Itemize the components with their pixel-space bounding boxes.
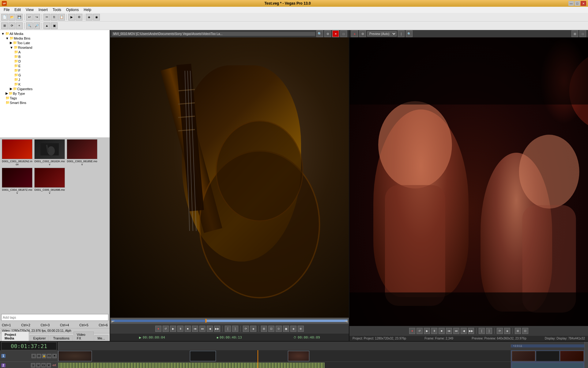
track1-lock-button[interactable]: 🔒 — [42, 354, 46, 358]
track1-solo-button[interactable]: S — [32, 354, 36, 358]
video-clip-1[interactable] — [58, 351, 92, 361]
tree-smart-bins[interactable]: 📁 Smart Bins — [6, 100, 108, 105]
program-loop-button[interactable]: ↺ — [417, 328, 423, 334]
minimize-button[interactable]: — — [568, 1, 574, 6]
tab-transitions[interactable]: Transitions — [50, 335, 73, 341]
overflow-clip-1[interactable] — [512, 351, 535, 361]
source-overlay-button[interactable]: ⊙ — [276, 326, 282, 332]
tree-by-type[interactable]: ▶ 📁 By Type — [6, 91, 108, 96]
program-pause-button[interactable]: ⏸ — [431, 328, 437, 334]
menu-insert[interactable]: Insert — [36, 7, 50, 13]
source-record-button[interactable]: ● — [155, 326, 161, 332]
source-prev-frame-button[interactable]: ◀ — [207, 326, 213, 332]
program-zoom-button[interactable]: 🔍 — [406, 30, 413, 37]
source-step-back-button[interactable]: ⏮ — [192, 326, 198, 332]
tool2-button[interactable]: ◉ — [93, 14, 100, 21]
source-multicam-button[interactable]: ▣ — [283, 326, 289, 332]
program-record-button[interactable]: ● — [351, 30, 358, 37]
tree-folder-b[interactable]: 📁 B — [14, 54, 108, 59]
source-split-button[interactable]: ◈ — [290, 326, 296, 332]
tree-all-media[interactable]: ▼ 📁 All Media — [1, 31, 108, 36]
thumb-item-1[interactable]: D001_C001_08182N2.mov — [2, 139, 32, 166]
overflow-clip-2[interactable] — [536, 351, 560, 361]
program-shuttle-button[interactable]: ◈ — [504, 328, 510, 334]
overflow-audio-clip[interactable] — [512, 362, 584, 368]
source-in-button[interactable]: [ — [225, 326, 231, 332]
properties-button[interactable]: ⚙ — [76, 14, 82, 21]
tab-project-media[interactable]: Project Media — [1, 332, 29, 341]
track1-expand-button[interactable]: ▼ — [52, 354, 57, 358]
tree-too-late[interactable]: ▶ 📁 Too Late — [10, 40, 108, 45]
source-shuttle-button[interactable]: ◈ — [250, 326, 256, 332]
video-clip-3[interactable] — [288, 351, 309, 361]
add-track-button[interactable]: + — [16, 22, 23, 29]
cut-button[interactable]: ✂ — [43, 14, 50, 21]
track2-mute-button[interactable]: M — [36, 363, 40, 367]
program-zoom-ctrl-button[interactable]: ⊞ — [515, 328, 521, 334]
source-settings-button[interactable]: ⚙ — [324, 30, 331, 37]
audio-clip-1[interactable] — [58, 362, 325, 368]
tree-media-bins[interactable]: ▼ 📁 Media Bins — [6, 36, 108, 40]
program-fit-button[interactable]: ⊡ — [522, 328, 528, 334]
program-play-button[interactable]: ▶ — [424, 328, 430, 334]
track2-solo-button[interactable]: S — [31, 363, 35, 367]
paste-button[interactable]: 📋 — [58, 14, 65, 21]
program-fullscreen-button[interactable]: □ — [579, 30, 586, 37]
overflow-clip-3[interactable] — [560, 351, 584, 361]
source-zoom-ctrl-button[interactable]: ⊞ — [261, 326, 267, 332]
menu-view[interactable]: View — [23, 7, 36, 13]
menu-options[interactable]: Options — [64, 7, 81, 13]
program-next-frame-button[interactable]: ▶▶ — [468, 328, 474, 334]
tab-video-fx[interactable]: Video FX — [74, 332, 94, 341]
program-stop-button[interactable]: ■ — [439, 328, 445, 334]
open-button[interactable]: 📂 — [9, 14, 15, 21]
tree-folder-j[interactable]: 📁 J — [14, 77, 108, 82]
program-rec-button[interactable]: ● — [409, 328, 415, 334]
thumb-item-4[interactable]: D001_C004_08187Z.mov — [2, 168, 32, 194]
close-button[interactable]: ✕ — [581, 1, 586, 6]
source-stop-button[interactable]: ■ — [185, 326, 191, 332]
source-fit-button[interactable]: ⊡ — [268, 326, 274, 332]
tree-folder-f[interactable]: 📁 F — [14, 68, 108, 73]
source-pause-button[interactable]: ⏸ — [177, 326, 183, 332]
tree-folder-e[interactable]: 📁 E — [14, 63, 108, 68]
thumb-item-5[interactable]: D001_C005_08189B.mov — [34, 168, 65, 194]
thumb-item-2[interactable]: D001_C002_08182K.mov — [34, 139, 65, 166]
track2-expand-button[interactable]: ▼ — [47, 363, 51, 367]
tree-folder-d[interactable]: 📁 D — [14, 59, 108, 63]
render-button[interactable]: ▶ — [68, 14, 75, 21]
search-button[interactable]: 🔎 — [33, 22, 40, 29]
tree-roseland[interactable]: ▼ 📁 Roseland — [10, 45, 108, 50]
program-expand-button[interactable]: ⊞ — [571, 30, 578, 37]
zoom-in-button[interactable]: 🔍 — [26, 22, 33, 29]
region-button[interactable]: ▣ — [51, 22, 58, 29]
track1-mute-button[interactable]: M — [37, 354, 41, 358]
program-prev-frame-button[interactable]: ◀ — [461, 328, 467, 334]
tool1-button[interactable]: ◈ — [86, 14, 92, 21]
program-out-button[interactable]: ] — [486, 328, 492, 334]
track1-fx-button[interactable]: FX — [47, 354, 51, 358]
copy-button[interactable]: ⎘ — [51, 14, 58, 21]
marker-button[interactable]: ▲ — [43, 22, 50, 29]
program-split-button[interactable]: | — [398, 30, 405, 37]
source-zoom-button[interactable]: 🔍 — [316, 30, 323, 37]
source-out-button[interactable]: ] — [232, 326, 238, 332]
redo-button[interactable]: ↪ — [33, 14, 40, 21]
video-clip-2[interactable] — [190, 351, 216, 361]
source-snap-button[interactable]: ⊕ — [298, 326, 304, 332]
menu-help[interactable]: Help — [81, 7, 94, 13]
maximize-button[interactable]: □ — [575, 1, 580, 6]
tab-explorer[interactable]: Explorer — [30, 335, 49, 341]
program-preview-dropdown[interactable]: Preview (Auto) Preview (Good) Preview (B… — [367, 31, 397, 36]
tags-input[interactable] — [1, 314, 108, 321]
tree-folder-g[interactable]: 📁 G — [14, 73, 108, 77]
snap-button[interactable]: ⊞ — [1, 22, 8, 29]
program-jog-button[interactable]: ⟳ — [497, 328, 503, 334]
tab-media[interactable]: Me... — [94, 335, 108, 341]
tree-folder-k[interactable]: 📁 K — [14, 82, 108, 86]
save-button[interactable]: 💾 — [16, 14, 23, 21]
program-step-back-button[interactable]: ⏮ — [446, 328, 452, 334]
program-step-fwd-button[interactable]: ⏭ — [453, 328, 459, 334]
source-next-frame-button[interactable]: ▶▶ — [214, 326, 220, 332]
source-jog-button[interactable]: ⟳ — [243, 326, 249, 332]
